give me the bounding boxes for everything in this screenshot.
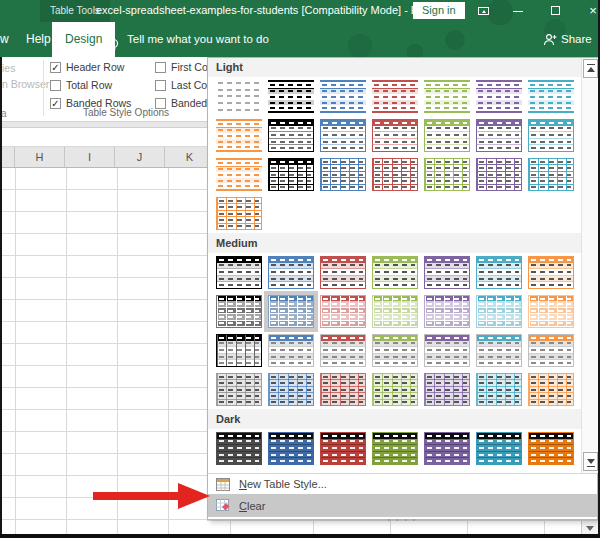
gallery-row bbox=[208, 77, 581, 116]
table-style-mtint-orange[interactable] bbox=[528, 373, 574, 406]
table-style-mgray-teal[interactable] bbox=[476, 334, 522, 367]
minimize-button[interactable] bbox=[503, 0, 533, 22]
table-style-dark-darkgreen[interactable] bbox=[372, 432, 418, 465]
gallery-resize-grip[interactable]: • • • • bbox=[208, 517, 597, 524]
share-person-icon bbox=[543, 33, 557, 47]
table-style-mheader-green[interactable] bbox=[372, 256, 418, 289]
sign-in-button[interactable]: Sign in bbox=[413, 2, 465, 19]
table-style-grid-blue[interactable] bbox=[320, 158, 366, 191]
table-style-outline-purple[interactable] bbox=[476, 119, 522, 152]
column-header-partial[interactable] bbox=[0, 147, 15, 167]
table-style-dark-darkgray[interactable] bbox=[216, 432, 262, 465]
table-style-grid-purple[interactable] bbox=[476, 158, 522, 191]
table-style-mgray-black[interactable] bbox=[216, 334, 262, 367]
table-style-plain-gray[interactable] bbox=[216, 80, 262, 113]
table-style-mheader-blue[interactable] bbox=[268, 256, 314, 289]
table-style-banded-teal[interactable] bbox=[528, 80, 574, 113]
window-edge-bottom bbox=[0, 534, 600, 538]
table-style-dark-darkteal[interactable] bbox=[476, 432, 522, 465]
unchecked-checkbox-icon[interactable] bbox=[155, 80, 166, 91]
table-style-mfull-orange[interactable] bbox=[528, 295, 574, 328]
table-style-mfull-purple[interactable] bbox=[424, 295, 470, 328]
table-style-grid-orange[interactable] bbox=[216, 197, 262, 230]
gallery-section-light: Light bbox=[208, 58, 581, 77]
table-style-mtint-green[interactable] bbox=[372, 373, 418, 406]
table-style-mfull-red[interactable] bbox=[320, 295, 366, 328]
table-style-outline-black[interactable] bbox=[268, 119, 314, 152]
close-button[interactable]: × bbox=[578, 0, 600, 22]
table-style-mheader-orange[interactable] bbox=[528, 256, 574, 289]
table-style-banded-black[interactable] bbox=[268, 80, 314, 113]
red-pointer-arrow bbox=[93, 482, 211, 510]
table-style-mheader-red[interactable] bbox=[320, 256, 366, 289]
ribbon-partial-item-properties[interactable]: ies bbox=[2, 62, 15, 74]
table-style-banded-red[interactable] bbox=[372, 80, 418, 113]
table-style-outline-teal[interactable] bbox=[528, 119, 574, 152]
clear-item[interactable]: Clear bbox=[208, 494, 597, 517]
table-style-mtint-black[interactable] bbox=[216, 373, 262, 406]
gallery-row bbox=[208, 155, 581, 194]
table-style-mgray-orange[interactable] bbox=[528, 334, 574, 367]
excel-window: Table Tools excel-spreadsheet-examples-f… bbox=[0, 0, 600, 538]
maximize-button[interactable] bbox=[541, 0, 571, 22]
gallery-row bbox=[208, 116, 581, 155]
table-style-mgray-green[interactable] bbox=[372, 334, 418, 367]
table-style-mtint-purple[interactable] bbox=[424, 373, 470, 406]
unchecked-checkbox-icon[interactable] bbox=[155, 62, 166, 73]
menu-label: New Table Style... bbox=[239, 478, 327, 490]
new-table-style-item[interactable]: New Table Style... bbox=[208, 474, 597, 494]
table-style-banded-purple[interactable] bbox=[476, 80, 522, 113]
unchecked-checkbox-icon[interactable] bbox=[50, 80, 61, 91]
tell-me-box[interactable]: Tell me what you want to do bbox=[105, 22, 269, 57]
table-style-mfull-green[interactable] bbox=[372, 295, 418, 328]
gallery-row bbox=[208, 292, 581, 331]
table-style-mfull-black[interactable] bbox=[216, 295, 262, 328]
gallery-section-medium: Medium bbox=[208, 233, 581, 253]
table-style-outline-green[interactable] bbox=[424, 119, 470, 152]
table-style-grid-black[interactable] bbox=[268, 158, 314, 191]
down-arrow-icon bbox=[587, 459, 595, 464]
gallery-scroll-up-button[interactable] bbox=[583, 59, 598, 78]
gallery-scrollbar[interactable] bbox=[581, 58, 598, 473]
table-style-banded-blue[interactable] bbox=[320, 80, 366, 113]
window-title: excel-spreadsheet-examples-for-students … bbox=[96, 0, 433, 22]
table-style-mheader-purple[interactable] bbox=[424, 256, 470, 289]
table-style-mtint-blue[interactable] bbox=[268, 373, 314, 406]
tab-partial[interactable]: w bbox=[0, 22, 13, 57]
table-style-mtint-teal[interactable] bbox=[476, 373, 522, 406]
table-style-grid-teal[interactable] bbox=[528, 158, 574, 191]
table-style-outline-red[interactable] bbox=[372, 119, 418, 152]
table-style-mtint-red[interactable] bbox=[320, 373, 366, 406]
column-header-h[interactable]: H bbox=[15, 147, 65, 167]
ribbon-group-separator bbox=[43, 60, 44, 116]
table-style-mfull-teal[interactable] bbox=[476, 295, 522, 328]
ribbon-display-options-button[interactable] bbox=[468, 0, 498, 22]
option-total-row[interactable]: Total Row bbox=[50, 76, 155, 94]
column-header-i[interactable]: I bbox=[65, 147, 115, 167]
table-style-dark-darkpurple[interactable] bbox=[424, 432, 470, 465]
table-style-mgray-red[interactable] bbox=[320, 334, 366, 367]
minimize-icon bbox=[513, 11, 523, 12]
table-style-outline-blue[interactable] bbox=[320, 119, 366, 152]
table-style-mheader-teal[interactable] bbox=[476, 256, 522, 289]
gallery-scroll-down-button[interactable] bbox=[583, 452, 598, 471]
maximize-icon bbox=[551, 6, 560, 15]
table-style-grid-green[interactable] bbox=[424, 158, 470, 191]
table-style-mheader-black[interactable] bbox=[216, 256, 262, 289]
table-style-dark-darkred[interactable] bbox=[320, 432, 366, 465]
checked-checkbox-icon[interactable]: ✓ bbox=[50, 62, 61, 73]
table-style-mfull-blue[interactable] bbox=[268, 295, 314, 328]
table-style-banded-orange[interactable] bbox=[216, 119, 262, 152]
table-style-dark-darkblue[interactable] bbox=[268, 432, 314, 465]
share-button[interactable]: Share bbox=[543, 22, 592, 57]
table-style-grid-red[interactable] bbox=[372, 158, 418, 191]
table-style-mgray-purple[interactable] bbox=[424, 334, 470, 367]
table-style-banded-green[interactable] bbox=[424, 80, 470, 113]
ribbon-tabs: w Help Design Tell me what you want to d… bbox=[0, 22, 600, 57]
share-label: Share bbox=[561, 33, 592, 45]
table-style-mgray-blue[interactable] bbox=[268, 334, 314, 367]
table-style-dark-darkorange[interactable] bbox=[528, 432, 574, 465]
table-style-banded-orange[interactable] bbox=[216, 158, 262, 191]
option-header-row[interactable]: ✓Header Row bbox=[50, 58, 155, 76]
column-header-j[interactable]: J bbox=[115, 147, 165, 167]
